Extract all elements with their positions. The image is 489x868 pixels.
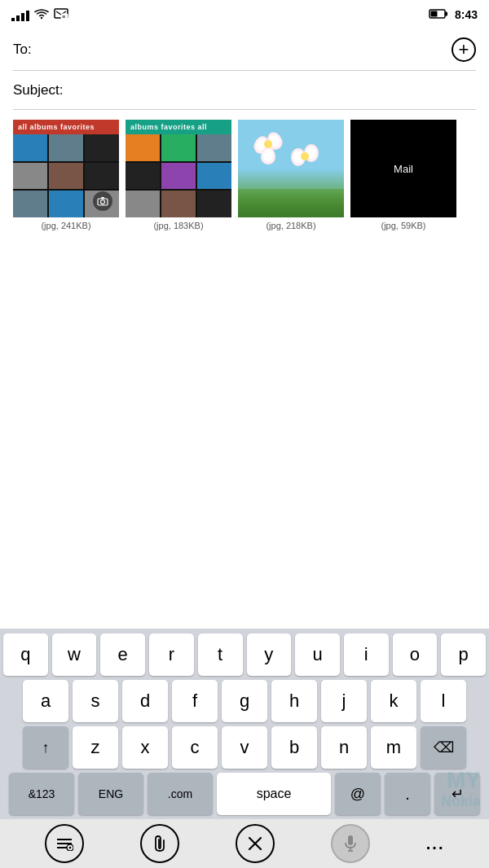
key-v[interactable]: v bbox=[222, 726, 267, 769]
attachment-thumb[interactable]: albums favorites all bbox=[126, 120, 231, 217]
microphone-button[interactable] bbox=[331, 824, 370, 863]
key-w[interactable]: w bbox=[52, 633, 97, 676]
at-key[interactable]: @ bbox=[335, 773, 381, 815]
camera-overlay-icon bbox=[93, 191, 112, 211]
keyboard-row-2: a s d f g h j k l bbox=[3, 680, 486, 722]
key-c[interactable]: c bbox=[172, 726, 218, 769]
key-s[interactable]: s bbox=[73, 680, 118, 722]
keyboard-row-4: &123 ENG .com space @ . ↵ bbox=[3, 773, 486, 815]
attachments-row: all albums favorites ( bbox=[0, 110, 489, 240]
gallery-top-bar: all albums favorites bbox=[13, 120, 119, 134]
key-t[interactable]: t bbox=[198, 633, 243, 676]
more-options-dots[interactable]: ... bbox=[426, 835, 445, 853]
shift-key[interactable]: ↑ bbox=[23, 726, 68, 769]
compose-menu-button[interactable] bbox=[45, 824, 84, 863]
attachment-size-label: (jpg, 218KB) bbox=[266, 221, 315, 230]
subject-row: Subject: bbox=[13, 71, 476, 110]
key-j[interactable]: j bbox=[321, 680, 367, 722]
to-label: To: bbox=[13, 42, 32, 58]
key-p[interactable]: p bbox=[441, 633, 486, 676]
numbers-key[interactable]: &123 bbox=[9, 773, 74, 815]
attachment-thumb[interactable]: Mail bbox=[350, 120, 456, 217]
status-bar: ≡ 8:43 bbox=[0, 0, 489, 29]
key-f[interactable]: f bbox=[172, 680, 218, 722]
bottom-toolbar: ... bbox=[0, 819, 489, 868]
time-display: 8:43 bbox=[455, 8, 478, 21]
attachment-item: (jpg, 218KB) bbox=[238, 120, 344, 230]
key-o[interactable]: o bbox=[393, 633, 438, 676]
key-r[interactable]: r bbox=[149, 633, 194, 676]
key-h[interactable]: h bbox=[271, 680, 317, 722]
keyboard: q w e r t y u i o p a s d f g h j k l ↑ … bbox=[0, 629, 489, 819]
to-input[interactable] bbox=[38, 42, 452, 58]
keyboard-row-1: q w e r t y u i o p bbox=[3, 633, 486, 676]
subject-label: Subject: bbox=[13, 82, 63, 99]
attachment-item: Mail (jpg, 59KB) bbox=[350, 120, 456, 230]
status-right: 8:43 bbox=[429, 8, 478, 22]
svg-rect-17 bbox=[348, 835, 353, 845]
attachment-item: albums favorites all (jpg, 183KB) bbox=[126, 120, 231, 230]
message-icon: ≡ bbox=[54, 8, 68, 22]
to-row: To: + bbox=[13, 29, 476, 71]
key-z[interactable]: z bbox=[73, 726, 118, 769]
key-g[interactable]: g bbox=[222, 680, 267, 722]
svg-rect-5 bbox=[445, 11, 447, 15]
svg-rect-6 bbox=[430, 11, 437, 16]
svg-text:≡: ≡ bbox=[62, 14, 65, 20]
status-left: ≡ bbox=[11, 8, 68, 22]
attachment-size-label: (jpg, 59KB) bbox=[381, 221, 425, 230]
mail-text: Mail bbox=[394, 163, 413, 175]
key-i[interactable]: i bbox=[344, 633, 389, 676]
gallery-grid bbox=[126, 134, 231, 217]
dotcom-key[interactable]: .com bbox=[148, 773, 213, 815]
compose-area: To: + Subject: bbox=[0, 29, 489, 110]
add-recipient-button[interactable]: + bbox=[452, 37, 476, 62]
subject-input[interactable] bbox=[69, 82, 476, 99]
battery-icon bbox=[429, 8, 448, 22]
svg-point-8 bbox=[101, 200, 105, 204]
attachment-size-label: (jpg, 241KB) bbox=[41, 221, 90, 230]
signal-bars-icon bbox=[11, 8, 29, 21]
key-y[interactable]: y bbox=[247, 633, 292, 676]
key-b[interactable]: b bbox=[271, 726, 317, 769]
gallery-top-bar: albums favorites all bbox=[126, 120, 231, 134]
key-a[interactable]: a bbox=[23, 680, 68, 722]
key-k[interactable]: k bbox=[371, 680, 416, 722]
key-q[interactable]: q bbox=[3, 633, 48, 676]
key-l[interactable]: l bbox=[421, 680, 466, 722]
watermark: MY Nokia bbox=[441, 766, 481, 811]
wifi-icon bbox=[34, 8, 49, 22]
attachment-thumb[interactable] bbox=[238, 120, 344, 217]
svg-point-0 bbox=[41, 16, 42, 18]
attachment-thumb[interactable]: all albums favorites bbox=[13, 120, 119, 217]
key-u[interactable]: u bbox=[295, 633, 340, 676]
language-key[interactable]: ENG bbox=[78, 773, 143, 815]
key-m[interactable]: m bbox=[371, 726, 416, 769]
key-x[interactable]: x bbox=[122, 726, 168, 769]
attachment-size-label: (jpg, 183KB) bbox=[153, 221, 203, 230]
period-key[interactable]: . bbox=[385, 773, 430, 815]
key-e[interactable]: e bbox=[100, 633, 145, 676]
key-n[interactable]: n bbox=[321, 726, 367, 769]
backspace-key[interactable]: ⌫ bbox=[421, 726, 466, 769]
space-key[interactable]: space bbox=[217, 773, 331, 815]
attachment-item: all albums favorites ( bbox=[13, 120, 119, 230]
close-button[interactable] bbox=[236, 824, 275, 863]
key-d[interactable]: d bbox=[122, 680, 168, 722]
keyboard-row-3: ↑ z x c v b n m ⌫ bbox=[3, 726, 486, 769]
attachment-button[interactable] bbox=[140, 824, 179, 863]
